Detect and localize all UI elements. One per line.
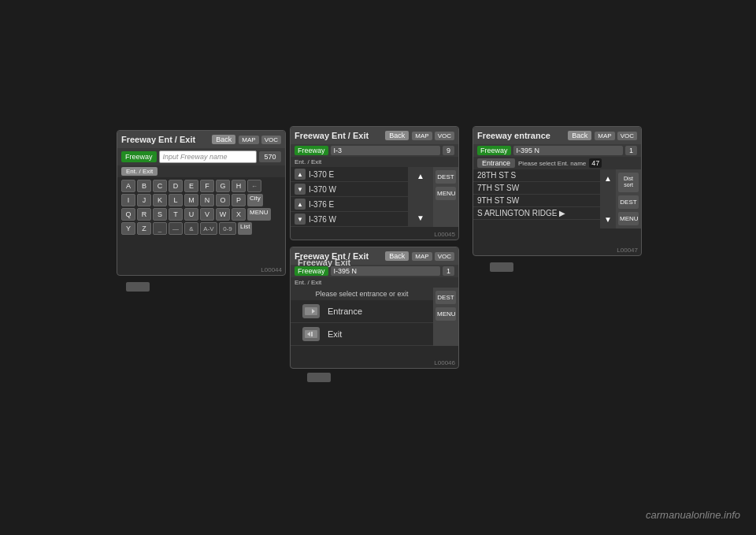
- btn-dest-3[interactable]: DEST: [435, 291, 456, 304]
- key-J[interactable]: J: [137, 194, 151, 206]
- key-N[interactable]: N: [200, 194, 214, 206]
- screen3-ent-exit-label: Ent. / Exit: [295, 279, 321, 286]
- screen3-map-button[interactable]: MAP: [412, 252, 432, 261]
- screen1-voc-button[interactable]: VOC: [261, 136, 281, 144]
- key-G[interactable]: G: [216, 180, 230, 192]
- screen4-code: L00047: [617, 247, 638, 254]
- key-U[interactable]: U: [184, 208, 198, 221]
- screen3-content: Please select entrance or exit Entrance: [291, 288, 458, 346]
- screen4-map-button[interactable]: MAP: [595, 132, 614, 140]
- screen3-freeway-label: Freeway: [295, 266, 328, 276]
- key-av[interactable]: A-V: [200, 222, 217, 235]
- key-P[interactable]: P: [232, 194, 246, 206]
- key-S[interactable]: S: [153, 208, 167, 221]
- screen3-freeway-value: I-395 N: [331, 266, 440, 276]
- key-09[interactable]: 0-9: [219, 222, 236, 235]
- screen1-map-button[interactable]: MAP: [239, 136, 258, 144]
- key-D[interactable]: D: [169, 180, 183, 192]
- screen4-back-button[interactable]: Back: [568, 131, 591, 140]
- screen2-back-button[interactable]: Back: [385, 131, 409, 140]
- btn-dist-sort[interactable]: Distsort: [618, 173, 639, 192]
- screen4-header: Freeway entrance Back MAP VOC: [473, 127, 641, 144]
- key-C[interactable]: C: [153, 180, 167, 192]
- key-I[interactable]: I: [121, 194, 135, 206]
- screen3-header: Freeway Ent / Exit Back MAP VOC: [291, 247, 458, 265]
- scroll-down-4[interactable]: [604, 215, 612, 224]
- list-item-3[interactable]: ▲ I-376 E: [291, 197, 408, 212]
- entrance-item-1[interactable]: 28TH ST S: [473, 169, 600, 182]
- list-item-icon-4: ▼: [295, 214, 306, 225]
- key-T[interactable]: T: [169, 208, 183, 221]
- key-M[interactable]: M: [184, 194, 198, 206]
- svg-rect-0: [305, 307, 317, 315]
- option-entrance[interactable]: Entrance: [291, 300, 433, 323]
- key-amp[interactable]: &: [184, 222, 198, 235]
- scroll-down-arrow[interactable]: [417, 214, 424, 222]
- btn-menu-3[interactable]: MENU: [435, 307, 456, 321]
- entrance-item-4[interactable]: S ARLINGTON RIDGE ▶: [473, 207, 600, 220]
- key-V[interactable]: V: [200, 208, 214, 221]
- screen4-count: 1: [625, 146, 637, 155]
- entrance-item-3[interactable]: 9TH ST SW: [473, 195, 600, 207]
- screen1-back-button[interactable]: Back: [212, 135, 235, 144]
- btn-list[interactable]: List: [238, 222, 252, 235]
- key-K[interactable]: K: [153, 194, 167, 206]
- btn-city[interactable]: City: [247, 194, 263, 206]
- keyboard-area: A B C D E F G H ← I J K L M N O P City: [117, 177, 285, 239]
- list-item-4[interactable]: ▼ I-376 W: [291, 212, 408, 227]
- key-L[interactable]: L: [169, 194, 183, 206]
- screen4-content: 28TH ST S 7TH ST SW 9TH ST SW S ARLINGTO…: [473, 169, 641, 228]
- screen4-entrance-row: Entrance Please select Ent. name 47: [473, 157, 641, 169]
- key-R[interactable]: R: [137, 208, 151, 221]
- btn-dest-2[interactable]: DEST: [435, 170, 456, 184]
- screen1-tab-row: Ent. / Exit: [117, 165, 285, 177]
- list-item-icon-1: ▲: [295, 169, 306, 180]
- btn-dest-4[interactable]: DEST: [618, 195, 639, 209]
- key-dash[interactable]: —: [169, 222, 183, 235]
- screen-freeway-entrance: Freeway entrance Back MAP VOC Freeway I-…: [472, 126, 642, 256]
- key-W[interactable]: W: [216, 208, 230, 221]
- tab-ent-exit[interactable]: Ent. / Exit: [121, 167, 158, 176]
- screen2-map-button[interactable]: MAP: [412, 132, 432, 140]
- screen3-back-button[interactable]: Back: [385, 251, 409, 261]
- screen2-content: ▲ I-370 E ▼ I-370 W ▲ I-376 E ▼ I-376 W: [291, 167, 458, 227]
- scroll-up-4[interactable]: [604, 174, 612, 183]
- screen3-voc-button[interactable]: VOC: [435, 252, 454, 261]
- scroll-up-arrow[interactable]: [417, 172, 424, 180]
- btn-menu-4[interactable]: MENU: [618, 212, 639, 225]
- entrance-text-4: S ARLINGTON RIDGE ▶: [477, 209, 565, 217]
- screen3-right-btns: DEST MENU: [433, 288, 458, 346]
- screen1-input-field[interactable]: Input Freeway name: [159, 150, 257, 163]
- list-item-2[interactable]: ▼ I-370 W: [291, 182, 408, 197]
- screen2-count: 9: [443, 146, 454, 155]
- key-underscore[interactable]: _: [153, 222, 167, 235]
- screen4-entrance-tab[interactable]: Entrance: [477, 158, 515, 168]
- btn-menu-1[interactable]: MENU: [247, 208, 271, 221]
- indicator-box-3: [490, 262, 513, 272]
- key-X[interactable]: X: [232, 208, 246, 221]
- key-A[interactable]: A: [121, 180, 135, 192]
- key-Q[interactable]: Q: [121, 208, 135, 221]
- key-backspace[interactable]: ←: [247, 180, 261, 192]
- list-item-text-2: I-370 W: [309, 185, 336, 194]
- key-B[interactable]: B: [137, 180, 151, 192]
- option-exit[interactable]: Exit: [291, 323, 433, 346]
- screen2-title: Freeway Ent / Exit: [295, 131, 369, 140]
- key-Z[interactable]: Z: [137, 222, 151, 235]
- screen2-freeway-label: Freeway: [295, 146, 328, 155]
- screen3-count: 1: [443, 266, 454, 276]
- exit-icon: [302, 327, 320, 341]
- key-H[interactable]: H: [232, 180, 246, 192]
- key-E[interactable]: E: [184, 180, 198, 192]
- list-item-icon-2: ▼: [295, 184, 306, 195]
- key-F[interactable]: F: [200, 180, 214, 192]
- list-item-1[interactable]: ▲ I-370 E: [291, 167, 408, 182]
- screen2-voc-button[interactable]: VOC: [435, 132, 454, 140]
- key-O[interactable]: O: [216, 194, 230, 206]
- kb-row-3: Q R S T U V W X MENU: [121, 208, 281, 221]
- key-Y[interactable]: Y: [121, 222, 135, 235]
- screen4-voc-button[interactable]: VOC: [617, 132, 637, 140]
- screen4-freeway-value: I-395 N: [513, 146, 623, 155]
- entrance-item-2[interactable]: 7TH ST SW: [473, 182, 600, 195]
- btn-menu-2[interactable]: MENU: [435, 187, 456, 200]
